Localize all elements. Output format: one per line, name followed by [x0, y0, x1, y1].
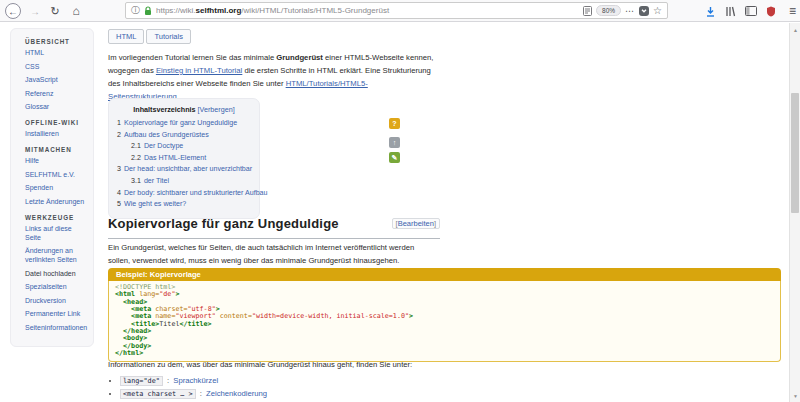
tab-html[interactable]: HTML — [108, 29, 144, 44]
code-token: </html> — [115, 349, 143, 357]
toc-item[interactable]: 5Wie geht es weiter? — [117, 199, 251, 211]
edit-section-link[interactable]: [Bearbeiten] — [392, 218, 440, 229]
code-line: </body> — [115, 343, 774, 350]
sidebar-section-title: WERKZEUGE — [25, 214, 89, 221]
text-segment: Ein Grundgerüst, welches für Seiten, die… — [108, 243, 414, 252]
code-token: > — [175, 290, 179, 298]
back-button[interactable]: ← — [5, 3, 21, 19]
scroll-top-fab-icon[interactable]: ↑ — [389, 137, 400, 148]
scrollbar-down-arrow[interactable]: ▼ — [790, 390, 800, 401]
page-scrollbar[interactable]: ▲ ▼ — [789, 23, 800, 402]
section-heading-row: [Bearbeiten] Kopiervorlage für ganz Unge… — [108, 214, 440, 239]
sidebar-item[interactable]: Permanenter Link — [25, 309, 89, 318]
sidebar-item[interactable]: Spezialseiten — [25, 282, 89, 291]
sidebar-item[interactable]: CSS — [25, 62, 89, 71]
text-link[interactable]: HTML/Tutorials/HTML5- — [286, 79, 368, 88]
toc-item[interactable]: 2.1Der Doctype — [117, 141, 251, 153]
example-box: Beispiel: Kopiervorlage <!DOCTYPE html><… — [108, 268, 781, 362]
sidebar-item[interactable]: Installieren — [25, 129, 89, 138]
page-info-icon[interactable]: ⓘ — [131, 4, 140, 17]
sidebar-item[interactable]: Hilfe — [25, 156, 89, 165]
intro-paragraph: Im vorliegenden Tutorial lernen Sie das … — [108, 52, 433, 104]
browser-window: ← → ↻ ⌂ ⓘ https://wiki.selfhtml.org/wiki… — [0, 0, 800, 402]
pocket-icon[interactable] — [639, 6, 649, 16]
reload-button[interactable]: ↻ — [47, 3, 63, 19]
toc-item[interactable]: 4Der body: sichtbarer und strukturierter… — [117, 188, 251, 200]
toolbar-right-cluster: ≡ — [705, 0, 796, 22]
tab-tutorials[interactable]: Tutorials — [146, 29, 190, 44]
code-token: </title> — [179, 320, 211, 328]
code-line: <meta name="viewport" content="width=dev… — [115, 313, 774, 320]
toc-item[interactable]: 2Aufbau des Grundgerüstes — [117, 130, 251, 142]
sidebar-item[interactable]: SELFHTML e.V. — [25, 170, 89, 179]
page-content: ÜBERSICHTHTMLCSSJavaScriptReferenzGlossa… — [0, 23, 800, 402]
sidebar-section-title: MITMACHEN — [25, 146, 89, 153]
toc-item[interactable]: 2.2Das HTML-Element — [117, 153, 251, 165]
toc-toggle-link[interactable]: [Verbergen] — [198, 105, 235, 114]
list-item: lang="de" : Sprachkürzel — [120, 375, 267, 388]
help-fab-icon[interactable]: ? — [389, 118, 400, 129]
browser-toolbar: ← → ↻ ⌂ ⓘ https://wiki.selfhtml.org/wiki… — [0, 0, 800, 22]
download-icon[interactable] — [705, 6, 716, 17]
info-text: Informationen zu dem, was über das minim… — [108, 360, 412, 369]
text-segment: Grundgerüst — [276, 53, 323, 62]
sidebar-item[interactable]: Datei hochladen — [25, 269, 89, 278]
forward-button[interactable]: → — [27, 3, 43, 19]
home-button[interactable]: ⌂ — [68, 3, 84, 19]
scrollbar-up-arrow[interactable]: ▲ — [790, 24, 800, 35]
sidebar-item[interactable]: Druckversion — [25, 296, 89, 305]
separator: : — [198, 389, 204, 398]
sidebar-item[interactable]: HTML — [25, 48, 89, 57]
inline-code: <meta charset … > — [120, 389, 196, 399]
link-list: lang="de" : Sprachkürzel<meta charset … … — [120, 375, 267, 400]
reader-mode-icon[interactable] — [583, 6, 592, 16]
sidebar-item[interactable]: Spenden — [25, 183, 89, 192]
scrollbar-thumb[interactable] — [791, 93, 799, 213]
list-item: <meta charset … > : Zeichenkodierung — [120, 388, 267, 401]
menu-icon[interactable]: ≡ — [789, 4, 796, 18]
text-segment: sollen, verwendet wird, muss ein wenig ü… — [108, 256, 399, 265]
sidebar-section-title: ÜBERSICHT — [25, 38, 89, 45]
text-link[interactable]: Einstieg in HTML-Tutorial — [156, 66, 242, 75]
sidebar-item[interactable]: Letzte Änderungen — [25, 197, 89, 206]
code-line: <body> — [115, 335, 774, 342]
code-token: content= — [216, 312, 252, 320]
toc-item[interactable]: 3Der head: unsichtbar, aber unverzichtba… — [117, 164, 251, 176]
code-token: > — [409, 312, 413, 320]
code-token: Titel — [159, 320, 179, 328]
sidebar-item[interactable]: JavaScript — [25, 75, 89, 84]
text-segment: wogegen das — [108, 66, 156, 75]
library-icon[interactable] — [725, 6, 736, 17]
sidebar-item[interactable]: Referenz — [25, 89, 89, 98]
edit-fab-icon[interactable]: ✎ — [389, 152, 400, 163]
section-paragraph: Ein Grundgerüst, welches für Seiten, die… — [108, 242, 414, 268]
sidebar-section-title: OFFLINE-WIKI — [25, 119, 89, 126]
separator: : — [165, 376, 171, 385]
bookmark-star-icon[interactable]: ☆ — [653, 5, 662, 16]
code-line: </html> — [115, 350, 774, 357]
sidebar-item[interactable]: Seiteninformationen — [25, 323, 89, 332]
sidebar-item[interactable]: Links auf diese Seite — [25, 224, 89, 242]
toc-title: Inhaltsverzeichnis — [133, 105, 195, 114]
text-link[interactable]: Sprachkürzel — [173, 376, 218, 385]
code-token: "de" — [159, 290, 175, 298]
zoom-level-badge[interactable]: 80% — [596, 5, 621, 16]
example-code: <!DOCTYPE html><html lang="de"> <head> <… — [108, 281, 781, 362]
url-text: https://wiki.selfhtml.org/wiki/HTML/Tuto… — [156, 6, 579, 15]
text-segment: Im vorliegenden Tutorial lernen Sie das … — [108, 53, 276, 62]
sidebar-item[interactable]: Änderungen an verlinkten Seiten — [25, 246, 89, 264]
toc-item[interactable]: 1Kopiervorlage für ganz Ungeduldige — [117, 118, 251, 130]
article-area: HTML Tutorials Im vorliegenden Tutorial … — [108, 23, 784, 402]
table-of-contents: Inhaltsverzeichnis [Verbergen] 1Kopiervo… — [108, 98, 260, 219]
text-link[interactable]: Zeichenkodierung — [206, 389, 267, 398]
sidebar-toggle-icon[interactable] — [745, 6, 757, 16]
url-input[interactable]: ⓘ https://wiki.selfhtml.org/wiki/HTML/Tu… — [125, 2, 668, 19]
sidebar-item[interactable]: Glossar — [25, 102, 89, 111]
code-line: <title>Titel</title> — [115, 321, 774, 328]
namespace-tabs: HTML Tutorials — [108, 29, 191, 44]
toc-item[interactable]: 3.1der Titel — [117, 176, 251, 188]
section-heading: Kopiervorlage für ganz Ungeduldige — [108, 216, 339, 231]
adblock-shield-icon[interactable] — [766, 6, 776, 17]
page-actions-icon[interactable]: ⋯ — [625, 6, 635, 16]
lock-icon[interactable] — [144, 6, 152, 16]
